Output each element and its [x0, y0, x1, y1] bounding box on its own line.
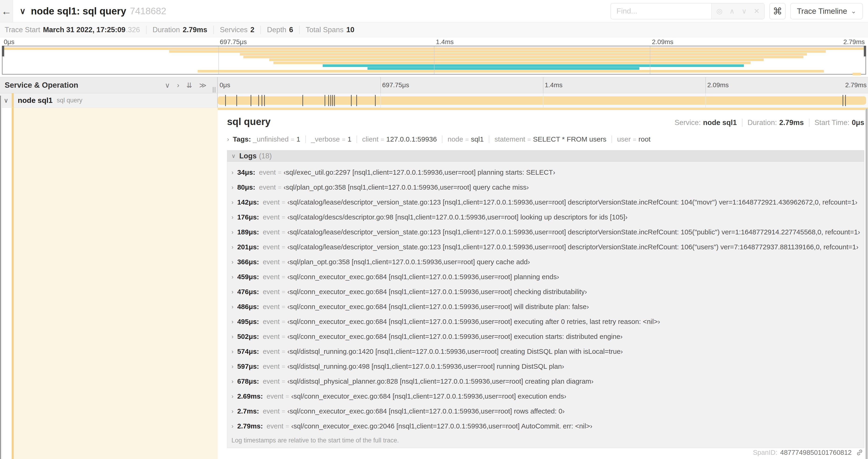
trace-id: 7418682	[130, 6, 166, 16]
column-resize-grip[interactable]	[213, 87, 215, 93]
tag-key: client	[362, 135, 378, 143]
log-row[interactable]: ›2.69ms:event=‹sql/conn_executor_exec.go…	[227, 389, 864, 404]
log-key: event	[263, 243, 280, 251]
log-key: event	[263, 303, 280, 311]
log-key: event	[267, 422, 283, 430]
log-timestamp: 142μs:	[237, 198, 259, 206]
log-key: event	[263, 348, 280, 355]
chevron-right-icon: ›	[231, 363, 234, 370]
chevron-down-icon: ∨	[231, 153, 236, 159]
window-scrollbar[interactable]	[865, 109, 868, 459]
log-value: ‹sql/catalog/descs/descriptor.go:98 [nsq…	[287, 213, 628, 221]
expand-all-icon[interactable]: ≫	[199, 81, 207, 89]
minimap-viewport[interactable]	[2, 46, 866, 75]
equals-sign: =	[380, 136, 384, 143]
chevron-right-icon: ›	[231, 378, 234, 385]
tag-item[interactable]: user=root	[617, 135, 651, 143]
collapse-one-icon[interactable]: ∨	[165, 81, 170, 89]
clear-find-icon[interactable]: ✕	[754, 7, 760, 15]
log-row[interactable]: ›495μs:event=‹sql/conn_executor_exec.go:…	[227, 314, 864, 329]
trace-meta-item: Trace StartMarch 31 2022, 17:25:09.326	[5, 26, 147, 34]
span-overview-meta: Service: node sql1 Duration: 2.79ms Star…	[675, 119, 864, 127]
span-id-value: 4877749850101760812	[780, 449, 852, 456]
log-row[interactable]: ›80μs:event=‹sql/plan_opt.go:358 [nsql1,…	[227, 180, 864, 195]
collapse-trace-icon[interactable]: ∨	[20, 6, 26, 16]
tag-item[interactable]: node=sql1	[447, 135, 484, 143]
back-arrow-icon: ←	[1, 5, 12, 17]
tags-items: _unfinished=1_verbose=1client=127.0.0.1:…	[253, 135, 650, 143]
tags-summary-row[interactable]: › Tags: _unfinished=1_verbose=1client=12…	[227, 135, 864, 143]
log-row[interactable]: ›502μs:event=‹sql/conn_executor_exec.go:…	[227, 329, 864, 344]
log-row[interactable]: ›476μs:event=‹sql/conn_executor_exec.go:…	[227, 284, 864, 299]
equals-sign: =	[282, 333, 285, 340]
log-value: ‹sql/conn_executor_exec.go:684 [nsql1,cl…	[287, 273, 559, 281]
span-bar-area	[218, 93, 866, 107]
tag-item[interactable]: _verbose=1	[311, 135, 351, 143]
scrubber-right-handle[interactable]	[864, 46, 866, 57]
span-operation-title: sql query	[227, 116, 271, 127]
log-row[interactable]: ›34μs:event=‹sql/exec_util.go:2297 [nsql…	[227, 165, 864, 180]
equals-sign: =	[282, 363, 285, 370]
minimap-span-bar	[240, 53, 807, 56]
log-row[interactable]: ›142μs:event=‹sql/catalog/lease/descript…	[227, 195, 864, 210]
tick-label: 2.79ms	[843, 38, 865, 46]
log-row[interactable]: ›486μs:event=‹sql/conn_executor_exec.go:…	[227, 299, 864, 314]
log-key: event	[259, 183, 276, 191]
start-time-value: 0μs	[852, 119, 864, 127]
log-value: ‹sql/catalog/lease/descriptor_version_st…	[287, 198, 858, 206]
log-row[interactable]: ›597μs:event=‹sql/distsql_running.go:498…	[227, 359, 864, 374]
equals-sign: =	[282, 273, 285, 281]
log-row[interactable]: ›2.7ms:event=‹sql/conn_executor_exec.go:…	[227, 404, 864, 419]
trace-view-select[interactable]: Trace Timeline ⌄	[790, 3, 863, 19]
trace-meta-bar: Trace StartMarch 31 2022, 17:25:09.326Du…	[0, 22, 868, 37]
prev-match-icon[interactable]: ∧	[730, 7, 735, 15]
minimap-span-bar	[852, 73, 861, 75]
equals-sign: =	[286, 393, 289, 400]
log-event-tick	[261, 95, 262, 106]
logs-footer-note: Log timestamps are relative to the start…	[227, 434, 864, 448]
log-key: event	[263, 288, 280, 296]
log-value: ‹sql/distsql_running.go:498 [nsql1,clien…	[287, 362, 564, 370]
log-row[interactable]: ›459μs:event=‹sql/conn_executor_exec.go:…	[227, 269, 864, 284]
keyboard-shortcuts-button[interactable]: ⌘	[769, 3, 786, 19]
log-row[interactable]: ›2.79ms:event=‹sql/conn_executor_exec.go…	[227, 419, 864, 434]
log-event-tick	[324, 95, 325, 106]
scrubber-left-handle[interactable]	[2, 46, 4, 57]
log-row[interactable]: ›574μs:event=‹sql/distsql_running.go:142…	[227, 344, 864, 359]
chevron-right-icon: ›	[231, 258, 234, 266]
span-row-timeline-cell[interactable]	[218, 93, 868, 107]
logs-header[interactable]: ∨ Logs (18)	[227, 151, 864, 162]
find-input[interactable]	[611, 3, 711, 19]
minimap-inner: 0μs697.75μs1.4ms2.09ms2.79ms	[2, 38, 866, 77]
collapse-all-icon[interactable]: ⇊	[186, 81, 192, 89]
equals-sign: =	[282, 258, 285, 266]
equals-sign: =	[282, 199, 285, 206]
focus-match-icon[interactable]: ◎	[716, 7, 722, 15]
log-value: ‹sql/catalog/lease/descriptor_version_st…	[287, 243, 859, 251]
chevron-down-icon[interactable]: ∨	[4, 97, 12, 104]
divider	[442, 135, 442, 143]
tag-item[interactable]: client=127.0.0.1:59936	[362, 135, 437, 143]
tick-label: 2.09ms	[652, 38, 673, 46]
log-event-tick	[331, 95, 331, 106]
log-row[interactable]: ›201μs:event=‹sql/catalog/lease/descript…	[227, 239, 864, 255]
timeline-header: Service & Operation ∨ › ⇊ ≫ 0μs697.75μs1…	[0, 77, 868, 93]
next-match-icon[interactable]: ∨	[742, 7, 747, 15]
tag-item[interactable]: statement=SELECT * FROM users	[494, 135, 606, 143]
trace-meta-item: Services2	[214, 26, 261, 34]
span-duration-bar[interactable]	[218, 96, 866, 105]
span-row-name-cell[interactable]: ∨ node sql1 sql query	[0, 93, 218, 107]
log-row[interactable]: ›189μs:event=‹sql/catalog/lease/descript…	[227, 225, 864, 239]
log-row[interactable]: ›678μs:event=‹sql/distsql_physical_plann…	[227, 374, 864, 389]
chevron-right-icon: ›	[231, 408, 234, 415]
log-timestamp: 2.69ms:	[237, 392, 263, 400]
log-timestamp: 495μs:	[237, 318, 259, 326]
log-row[interactable]: ›176μs:event=‹sql/catalog/descs/descript…	[227, 210, 864, 225]
expand-one-icon[interactable]: ›	[177, 81, 179, 89]
logs-body: ›34μs:event=‹sql/exec_util.go:2297 [nsql…	[227, 162, 864, 434]
meta-value: 6	[289, 26, 293, 34]
deep-link-icon[interactable]	[856, 448, 864, 457]
tag-item[interactable]: _unfinished=1	[253, 135, 300, 143]
log-row[interactable]: ›366μs:event=‹sql/plan_opt.go:358 [nsql1…	[227, 255, 864, 269]
back-button[interactable]: ←	[0, 0, 13, 22]
